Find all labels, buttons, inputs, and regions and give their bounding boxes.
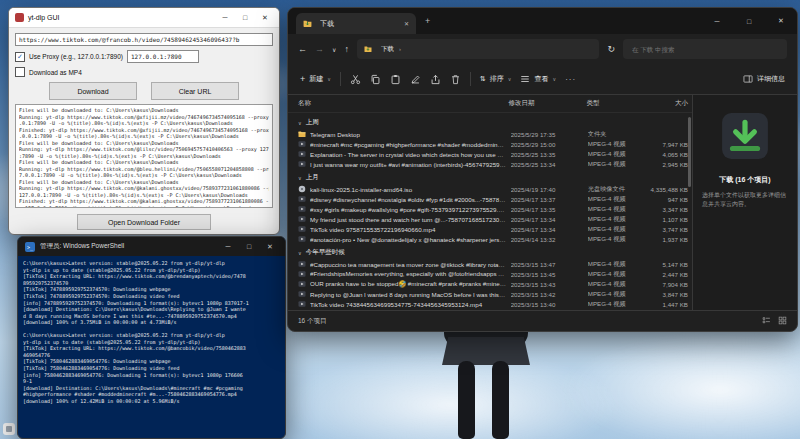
group-header[interactable]: ∨上周 [298,116,692,129]
file-name: Telegram Desktop [310,131,511,138]
proxy-input[interactable] [127,50,199,63]
terminal-line: yt-dlp is up to date (stable@2025.05.22 … [23,339,280,346]
recent-locations-icon[interactable]: ∨ [332,46,336,53]
explorer-tabbar[interactable]: 下载 ✕ + ─ □ ✕ [288,8,797,34]
file-row[interactable]: Explanation - The server in crystal vide… [298,149,692,159]
minimize-button[interactable]: ─ [701,8,733,34]
tab-close-icon[interactable]: ✕ [404,20,409,27]
maximize-button[interactable]: □ [237,14,253,21]
scrollbar[interactable] [688,117,691,187]
url-input[interactable] [15,33,273,46]
close-button[interactable]: ✕ [262,243,278,251]
file-row[interactable]: #disney #disneychannel #nostalgia #oldtv… [298,194,692,204]
column-size[interactable]: 大小 [645,99,692,108]
video-icon [298,300,310,308]
file-row[interactable]: #FriendshipsMemories everything, especia… [298,269,692,279]
up-icon[interactable]: ↑ [344,44,349,54]
share-button[interactable] [430,74,441,85]
new-tab-button[interactable]: + [425,16,430,26]
view-button[interactable]: 查看 ∨ [520,74,556,84]
file-row[interactable]: TikTok video 7438445634699534775-7434456… [298,299,692,309]
minimize-button[interactable]: ─ [220,243,236,250]
file-name: I just wanna wear my outfit» #avi #anima… [310,161,511,168]
column-name[interactable]: 名称 [298,99,509,108]
search-input[interactable] [630,45,780,54]
thumbnail-view-toggle-icon[interactable] [778,316,787,326]
download-button[interactable]: Download [49,82,137,100]
group-header[interactable]: ∨今年早些时候 [298,246,692,259]
file-date-modified: 2025/3/15 13:43 [511,281,588,288]
use-proxy-checkbox[interactable]: ✓ [15,52,25,62]
powershell-titlebar[interactable]: >_ 管理员: Windows PowerShell ─ □ ✕ [18,237,285,256]
terminal-line: [download] Destination: C:\Users\kasus\D… [23,306,280,313]
search-box[interactable] [623,39,787,59]
details-pane-icon [743,74,753,84]
powershell-output[interactable]: C:\Users\kasus>Latest version: stable@20… [18,256,285,438]
delete-button[interactable] [450,74,461,85]
details-view-toggle-icon[interactable] [762,316,771,326]
file-row[interactable]: I just wanna wear my outfit» #avi #anima… [298,159,692,169]
file-date-modified: 2025/3/15 13:45 [511,271,588,278]
corner-watermark-icon [3,423,15,435]
file-row[interactable]: OUR pranks have to be stopped🤣 #minecraf… [298,279,692,289]
back-icon[interactable]: ← [298,44,307,54]
close-button[interactable]: ✕ [257,14,273,22]
file-row[interactable]: #xsy #girls #makeup #wallslying #pore #g… [298,204,692,214]
file-type: MPEG-4 视频 [588,160,646,169]
minimize-button[interactable]: ─ [217,14,233,21]
downloads-large-icon [720,111,770,165]
rename-button[interactable] [410,74,421,85]
file-name: kali-linux-2025.1c-installer-amd64.iso [310,186,511,193]
file-row[interactable]: My friend just stood there and watch her… [298,214,692,224]
paste-button[interactable] [390,74,401,85]
cut-button[interactable] [350,74,361,85]
download-log[interactable]: Files will be downloaded to: C:\Users\ka… [15,104,273,208]
column-date-modified[interactable]: 修改日期 [509,99,587,108]
terminal-line: [TikTok] 7478895929752374570: Downloadin… [23,286,280,293]
copy-button[interactable] [370,74,381,85]
terminal-line: 7.0.0.1:7890 -U -o %(title).80s-%(id)s.%… [19,172,269,179]
ytdlp-app-icon [15,13,24,22]
open-download-folder-button[interactable]: Open Download Folder [77,214,211,230]
file-date-modified: 2025/5/29 15:00 [511,141,588,148]
file-row[interactable]: Telegram Desktop2025/5/29 17:35文件夹 [298,129,692,139]
file-row[interactable]: TikTok video 9758715535722196940660.mp42… [298,224,692,234]
address-bar[interactable]: 下载 › [357,39,600,59]
new-button[interactable]: + 新建 ∨ [300,74,331,84]
sort-button[interactable]: ⇅ 排序 ∨ [480,74,512,84]
forward-icon[interactable]: → [315,44,324,54]
file-type: MPEG-4 视频 [588,225,646,234]
downloads-folder-icon [364,45,376,53]
tab-title: 下载 [320,19,399,29]
file-row[interactable]: #minecraft #mc #pcgaming #highperformanc… [298,139,692,149]
file-date-modified: 2025/4/17 13:34 [511,216,588,223]
file-date-modified: 2025/5/29 17:35 [511,131,588,138]
file-row[interactable]: #Cappuccino tea management tea mover zon… [298,259,692,269]
character-leg [492,361,509,439]
column-type[interactable]: 类型 [587,99,646,108]
close-button[interactable]: ✕ [765,8,797,34]
video-icon [298,215,310,223]
group-header[interactable]: ∨上月 [298,171,692,184]
terminal-line: Running: yt-dlp https://www.tiktok.com/@… [19,146,269,153]
more-options-button[interactable]: ··· [565,75,576,84]
clear-url-button[interactable]: Clear URL [151,82,239,100]
download-mp4-checkbox[interactable] [15,67,25,77]
details-pane-toggle[interactable]: 详细信息 [743,74,785,84]
file-row[interactable]: kali-linux-2025.1c-installer-amd64.iso20… [298,184,692,194]
maximize-button[interactable]: □ [241,243,257,250]
maximize-button[interactable]: □ [733,8,765,34]
breadcrumb[interactable]: 下载 [381,45,394,54]
file-row[interactable]: You'll Wish You Knew About This Windows … [298,309,692,310]
desktop: yt-dlp GUI ─ □ ✕ ✓ Use Proxy (e.g., 127.… [0,0,800,439]
tab-downloads[interactable]: 下载 ✕ [296,13,416,34]
refresh-icon[interactable]: ↻ [607,44,615,54]
terminal-line: 895929752374570 [23,280,280,287]
explorer-toolbar: + 新建 ∨ ⇅ 排序 ∨ 查看 ∨ ··· [288,64,797,95]
file-name: TikTok video 7438445634699534775-7434456… [310,301,511,308]
ytdlp-titlebar[interactable]: yt-dlp GUI ─ □ ✕ [9,8,279,28]
file-row[interactable]: Replying to @Juan I wanted 8 days runnin… [298,289,692,299]
file-name: #xsy #girls #makeup #wallslying #pore #g… [310,206,511,213]
file-date-modified: 2025/4/17 13:35 [511,206,588,213]
file-row[interactable]: #anotación-pro • New @donattedelijaly x … [298,234,692,244]
